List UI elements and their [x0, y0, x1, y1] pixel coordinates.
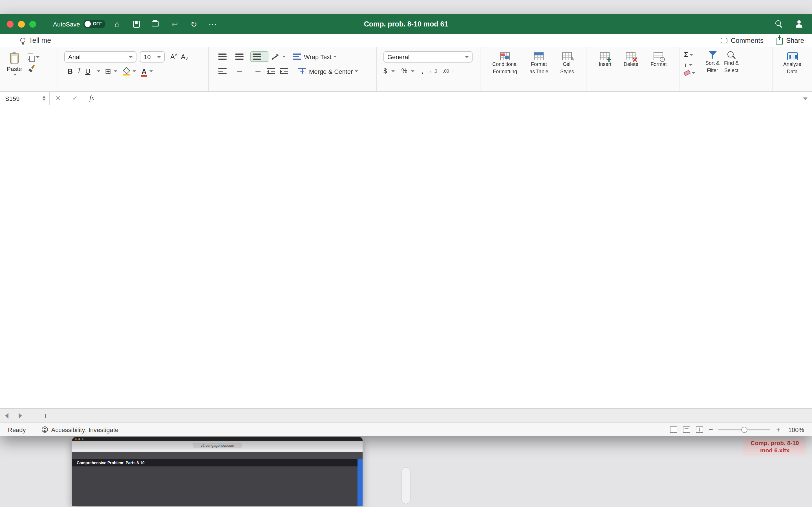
zoom-slider[interactable]: [719, 429, 770, 431]
underline-button[interactable]: U: [85, 67, 90, 75]
insert-cells-button[interactable]: Insert: [599, 52, 611, 91]
titlebar-profile-button[interactable]: [793, 18, 805, 30]
close-window-button[interactable]: [7, 20, 13, 27]
find-select-button[interactable]: Find & Select: [724, 51, 739, 91]
cancel-entry-button[interactable]: ✕: [50, 95, 66, 102]
previous-sheet-button[interactable]: [0, 409, 13, 422]
italic-button[interactable]: I: [78, 67, 80, 75]
font-name-select[interactable]: Arial: [64, 51, 137, 62]
currency-button[interactable]: $: [384, 67, 387, 75]
desktop-file-label-line2: mod 6.xltx: [746, 447, 804, 454]
autosum-button[interactable]: Σ: [684, 51, 701, 59]
desktop-file-label[interactable]: Comp. prob. 8-10 mod 6.xltx: [743, 438, 806, 455]
delete-cells-button[interactable]: Delete: [624, 52, 638, 91]
increase-indent-button[interactable]: [280, 68, 288, 74]
paste-button[interactable]: Paste: [7, 51, 22, 91]
merge-center-button[interactable]: Merge & Center: [309, 68, 353, 75]
fill-button[interactable]: ↓: [684, 61, 701, 68]
autosave-toggle[interactable]: OFF: [83, 20, 105, 28]
home-icon[interactable]: [110, 18, 124, 30]
clear-button[interactable]: [684, 71, 701, 75]
background-browser-window[interactable]: v2.cengagenow.com Comprehensive Problem:…: [72, 437, 363, 506]
accessibility-checker-button[interactable]: Accessibility: Investigate: [42, 426, 118, 433]
chevron-down-icon: [692, 72, 695, 74]
decrease-indent-button[interactable]: [267, 68, 275, 74]
enter-entry-button[interactable]: ✓: [66, 95, 84, 102]
font-group: Arial 10 A A B I U ⊞ A: [56, 47, 209, 91]
formula-bar: S159 ✕ ✓ fx: [0, 92, 812, 105]
zoom-level[interactable]: 100%: [786, 426, 804, 433]
redo-icon[interactable]: [186, 18, 201, 30]
minimize-window-button[interactable]: [18, 20, 25, 27]
wrap-text-button[interactable]: Wrap Text: [304, 53, 332, 60]
name-box-value: S159: [5, 95, 19, 102]
sort-filter-label-2: Filter: [707, 68, 718, 73]
normal-view-button[interactable]: [670, 427, 677, 433]
format-as-table-label-2: as Table: [529, 69, 548, 74]
name-box-stepper[interactable]: [42, 96, 46, 101]
format-as-table-button[interactable]: Format as Table: [529, 52, 548, 91]
page-layout-view-button[interactable]: [683, 427, 690, 433]
increase-decimal-button[interactable]: ←.0: [429, 68, 437, 73]
add-sheet-button[interactable]: +: [36, 409, 55, 422]
font-name-value: Arial: [68, 54, 81, 60]
zoom-slider-thumb[interactable]: [742, 427, 748, 433]
percent-button[interactable]: %: [401, 67, 407, 75]
format-painter-button[interactable]: [28, 65, 40, 72]
align-middle-button[interactable]: [234, 52, 250, 61]
borders-button[interactable]: ⊞: [105, 67, 111, 75]
orientation-button[interactable]: [272, 53, 280, 60]
align-bottom-icon: [253, 54, 261, 60]
save-icon[interactable]: [129, 18, 144, 30]
tell-me-button[interactable]: Tell me: [20, 34, 51, 47]
comments-button[interactable]: Comments: [721, 36, 763, 44]
align-top-button[interactable]: [216, 52, 234, 61]
analyze-data-button[interactable]: Analyze Data: [783, 52, 801, 91]
sort-filter-button[interactable]: Sort & Filter: [705, 51, 719, 91]
zoom-in-button[interactable]: +: [776, 425, 780, 434]
titlebar-search-button[interactable]: [772, 18, 785, 30]
conditional-formatting-button[interactable]: Conditional Formatting: [492, 52, 518, 91]
font-size-select[interactable]: 10: [140, 51, 165, 62]
format-as-table-icon: [534, 52, 544, 60]
font-color-button[interactable]: A: [142, 68, 146, 75]
number-format-select[interactable]: General: [384, 51, 472, 62]
align-center-button[interactable]: [234, 66, 250, 76]
analyze-data-group: Analyze Data: [772, 47, 812, 91]
align-left-button[interactable]: [216, 66, 234, 76]
align-bottom-button[interactable]: [250, 51, 268, 62]
share-button[interactable]: Share: [776, 36, 804, 44]
insert-function-button[interactable]: fx: [84, 94, 100, 103]
zoom-out-button[interactable]: −: [709, 425, 713, 434]
share-label: Share: [786, 36, 804, 44]
decrease-font-button[interactable]: A: [181, 53, 188, 61]
conditional-formatting-label-2: Formatting: [493, 69, 517, 74]
dock: [402, 467, 410, 504]
sheet-canvas[interactable]: [0, 105, 812, 408]
decrease-decimal-button[interactable]: .00→: [443, 68, 454, 73]
fullscreen-window-button[interactable]: [29, 20, 36, 27]
copy-button[interactable]: [28, 54, 40, 61]
cell-styles-label-2: Styles: [560, 69, 574, 74]
bold-button[interactable]: B: [68, 67, 73, 75]
format-cells-button[interactable]: Format: [651, 52, 666, 91]
formula-input[interactable]: [100, 92, 799, 105]
page-break-view-button[interactable]: [696, 427, 703, 433]
comma-style-button[interactable]: ,: [421, 67, 423, 75]
increase-font-button[interactable]: A: [170, 53, 177, 61]
chevron-down-icon: [333, 56, 337, 57]
name-box[interactable]: S159: [0, 92, 50, 105]
formula-bar-expand-icon[interactable]: [799, 96, 812, 100]
next-sheet-button[interactable]: [13, 409, 27, 422]
print-icon[interactable]: [148, 18, 163, 30]
chevron-down-icon: [391, 70, 395, 72]
align-right-button[interactable]: [250, 66, 267, 76]
floppy-icon: [133, 20, 140, 27]
fill-color-button[interactable]: [123, 68, 130, 75]
chevron-down-icon: [133, 70, 136, 72]
more-commands-icon[interactable]: [206, 18, 220, 30]
font-size-value: 10: [144, 54, 151, 60]
undo-icon[interactable]: [167, 18, 182, 30]
profile-icon: [795, 20, 803, 27]
cell-styles-button[interactable]: Cell Styles: [560, 52, 574, 91]
